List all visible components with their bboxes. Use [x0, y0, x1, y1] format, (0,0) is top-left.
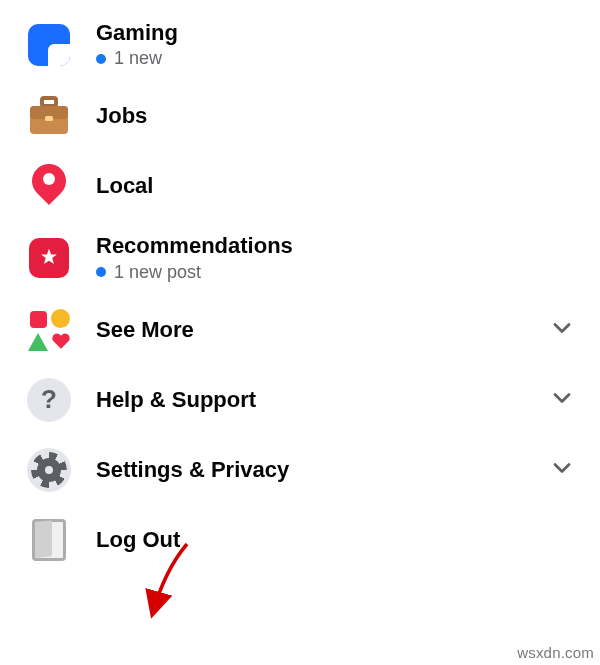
facebook-menu: Gaming 1 new Jobs Local — [0, 0, 600, 575]
menu-item-texts: Help & Support — [96, 387, 536, 413]
help-icon: ? — [26, 377, 72, 423]
recommendations-icon — [26, 235, 72, 281]
menu-item-gaming[interactable]: Gaming 1 new — [0, 8, 600, 81]
logout-icon — [26, 517, 72, 563]
menu-item-log-out[interactable]: Log Out — [0, 505, 600, 575]
menu-label: Settings & Privacy — [96, 457, 536, 483]
menu-item-texts: Log Out — [96, 527, 576, 553]
menu-label: Log Out — [96, 527, 576, 553]
svg-rect-3 — [45, 116, 53, 121]
watermark-text: wsxdn.com — [517, 644, 594, 661]
svg-rect-0 — [42, 98, 56, 106]
menu-item-texts: Gaming 1 new — [96, 20, 576, 69]
chevron-down-icon — [548, 314, 576, 346]
menu-label: Recommendations — [96, 233, 576, 259]
menu-item-recommendations[interactable]: Recommendations 1 new post — [0, 221, 600, 294]
settings-icon — [26, 447, 72, 493]
menu-label: Gaming — [96, 20, 576, 46]
local-icon — [26, 163, 72, 209]
badge-text: 1 new — [114, 48, 162, 69]
menu-item-see-more[interactable]: See More — [0, 295, 600, 365]
gaming-icon — [26, 22, 72, 68]
menu-item-texts: Settings & Privacy — [96, 457, 536, 483]
menu-item-jobs[interactable]: Jobs — [0, 81, 600, 151]
menu-item-local[interactable]: Local — [0, 151, 600, 221]
menu-item-texts: Local — [96, 173, 576, 199]
menu-badge: 1 new post — [96, 262, 576, 283]
menu-item-texts: See More — [96, 317, 536, 343]
menu-label: Local — [96, 173, 576, 199]
jobs-icon — [26, 93, 72, 139]
menu-item-settings-privacy[interactable]: Settings & Privacy — [0, 435, 600, 505]
menu-badge: 1 new — [96, 48, 576, 69]
menu-item-help-support[interactable]: ? Help & Support — [0, 365, 600, 435]
badge-text: 1 new post — [114, 262, 201, 283]
menu-item-texts: Recommendations 1 new post — [96, 233, 576, 282]
new-dot-icon — [96, 54, 106, 64]
menu-item-texts: Jobs — [96, 103, 576, 129]
chevron-down-icon — [548, 384, 576, 416]
see-more-icon — [26, 307, 72, 353]
new-dot-icon — [96, 267, 106, 277]
chevron-down-icon — [548, 454, 576, 486]
menu-label: Jobs — [96, 103, 576, 129]
menu-label: Help & Support — [96, 387, 536, 413]
menu-label: See More — [96, 317, 536, 343]
